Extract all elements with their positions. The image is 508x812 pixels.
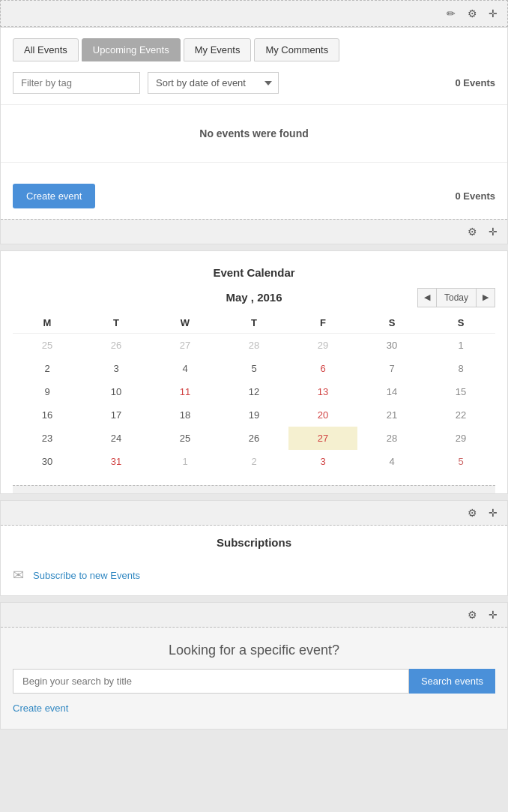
calendar-day-cell[interactable]: 3	[82, 357, 151, 380]
calendar-day-cell[interactable]: 22	[426, 403, 495, 427]
tab-my-events[interactable]: My Events	[184, 38, 252, 61]
calendar-day-cell[interactable]: 16	[13, 403, 82, 427]
calendar-day-cell[interactable]: 1	[151, 450, 220, 473]
calendar-today-button[interactable]: Today	[437, 288, 476, 307]
tab-all-events[interactable]: All Events	[13, 38, 79, 61]
calendar-header: May , 2016 ◀ Today ▶	[13, 291, 495, 304]
calendar-day-cell[interactable]: 15	[426, 380, 495, 403]
search-gear-icon[interactable]: ⚙	[464, 607, 480, 623]
calendar-day-cell[interactable]: 23	[13, 427, 82, 450]
event-tabs: All Events Upcoming Events My Events My …	[1, 28, 507, 61]
weekday-thu: T	[220, 313, 288, 334]
sub-plus-icon[interactable]: ✛	[485, 505, 501, 521]
calendar-day-cell[interactable]: 27	[288, 427, 357, 450]
events-count: 0 Events	[456, 77, 495, 88]
calendar-grid: M T W T F S S 25262728293012345678910111…	[13, 313, 495, 473]
top-toolbar: ✏ ⚙ ✛	[0, 0, 508, 27]
calendar-day-cell[interactable]: 24	[82, 427, 151, 450]
calendar-day-cell[interactable]: 20	[288, 403, 357, 427]
calendar-day-cell[interactable]: 5	[426, 450, 495, 473]
subscriptions-title: Subscriptions	[1, 526, 507, 555]
weekday-fri: F	[288, 313, 357, 334]
calendar-day-cell[interactable]: 17	[82, 403, 151, 427]
calendar-day-cell[interactable]: 10	[82, 380, 151, 403]
calendar-day-cell[interactable]: 25	[13, 334, 82, 358]
calendar-week-row: 303112345	[13, 450, 495, 473]
filter-row: Sort by date of eventSort by titleSort b…	[1, 61, 507, 104]
search-input[interactable]	[13, 669, 409, 694]
subscribe-link[interactable]: Subscribe to new Events	[33, 570, 140, 581]
calendar-day-cell[interactable]: 30	[13, 450, 82, 473]
pencil-icon[interactable]: ✏	[443, 5, 459, 22]
calendar-week-row: 2526272829301	[13, 334, 495, 358]
calendar-title: Event Calendar	[13, 266, 495, 279]
calendar-navigation: ◀ Today ▶	[417, 288, 495, 307]
calendar-day-cell[interactable]: 6	[288, 357, 357, 380]
sort-select[interactable]: Sort by date of eventSort by titleSort b…	[148, 72, 279, 94]
search-create-event-link[interactable]: Create event	[13, 703, 68, 714]
subscriptions-content: ✉ Subscribe to new Events	[1, 555, 507, 595]
weekday-sat: S	[357, 313, 426, 334]
search-row: Search events	[13, 669, 495, 694]
calendar-next-button[interactable]: ▶	[476, 288, 495, 307]
calendar-day-cell[interactable]: 28	[357, 427, 426, 450]
tab-my-comments[interactable]: My Comments	[254, 38, 339, 61]
calendar-day-cell[interactable]: 19	[220, 403, 288, 427]
search-events-button[interactable]: Search events	[409, 669, 495, 694]
calendar-prev-button[interactable]: ◀	[417, 288, 437, 307]
search-heading: Looking for a specific event?	[13, 643, 495, 658]
calendar-day-cell[interactable]: 26	[220, 427, 288, 450]
calendar-day-cell[interactable]: 30	[357, 334, 426, 358]
calendar-day-cell[interactable]: 27	[151, 334, 220, 358]
calendar-day-cell[interactable]: 9	[13, 380, 82, 403]
calendar-day-cell[interactable]: 25	[151, 427, 220, 450]
calendar-day-cell[interactable]: 26	[82, 334, 151, 358]
calendar-day-cell[interactable]: 4	[151, 357, 220, 380]
calendar-bottom-toolbar	[13, 485, 495, 493]
calendar-day-cell[interactable]: 5	[220, 357, 288, 380]
panel-bottom-toolbar: ⚙ ✛	[1, 219, 507, 244]
calendar-day-cell[interactable]: 14	[357, 380, 426, 403]
calendar-day-cell[interactable]: 7	[357, 357, 426, 380]
calendar-weekdays-row: M T W T F S S	[13, 313, 495, 334]
calendar-day-cell[interactable]: 4	[357, 450, 426, 473]
calendar-day-cell[interactable]: 8	[426, 357, 495, 380]
calendar-day-cell[interactable]: 21	[357, 403, 426, 427]
weekday-tue: T	[82, 313, 151, 334]
events-panel: All Events Upcoming Events My Events My …	[0, 27, 508, 244]
email-icon: ✉	[13, 567, 24, 583]
no-events-message: No events were found	[1, 104, 507, 163]
plus-icon[interactable]: ✛	[485, 5, 501, 22]
calendar-day-cell[interactable]: 28	[220, 334, 288, 358]
calendar-day-cell[interactable]: 18	[151, 403, 220, 427]
create-event-row: Create event 0 Events	[1, 173, 507, 219]
search-content: Looking for a specific event? Search eve…	[1, 628, 507, 729]
calendar-day-cell[interactable]: 2	[220, 450, 288, 473]
calendar-day-cell[interactable]: 1	[426, 334, 495, 358]
weekday-wed: W	[151, 313, 220, 334]
sub-toolbar: ⚙ ✛	[1, 501, 507, 526]
tab-upcoming-events[interactable]: Upcoming Events	[82, 38, 181, 61]
weekday-sun: S	[426, 313, 495, 334]
search-plus-icon[interactable]: ✛	[485, 607, 501, 623]
calendar-day-cell[interactable]: 13	[288, 380, 357, 403]
calendar-day-cell[interactable]: 2	[13, 357, 82, 380]
calendar-panel: Event Calendar May , 2016 ◀ Today ▶ M T …	[0, 250, 508, 494]
search-panel: ⚙ ✛ Looking for a specific event? Search…	[0, 602, 508, 730]
gear-icon[interactable]: ⚙	[464, 5, 480, 22]
sub-gear-icon[interactable]: ⚙	[464, 505, 480, 521]
filter-by-tag-input[interactable]	[13, 72, 140, 94]
calendar-day-cell[interactable]: 11	[151, 380, 220, 403]
calendar-week-row: 9101112131415	[13, 380, 495, 403]
gear-icon-bottom[interactable]: ⚙	[464, 223, 480, 240]
calendar-day-cell[interactable]: 3	[288, 450, 357, 473]
calendar-day-cell[interactable]: 29	[426, 427, 495, 450]
search-toolbar: ⚙ ✛	[1, 603, 507, 628]
create-event-button[interactable]: Create event	[13, 184, 95, 208]
calendar-day-cell[interactable]: 31	[82, 450, 151, 473]
plus-icon-bottom[interactable]: ✛	[485, 223, 501, 240]
calendar-day-cell[interactable]: 12	[220, 380, 288, 403]
calendar-day-cell[interactable]: 29	[288, 334, 357, 358]
bottom-events-count: 0 Events	[456, 190, 495, 202]
subscriptions-panel: ⚙ ✛ Subscriptions ✉ Subscribe to new Eve…	[0, 500, 508, 596]
